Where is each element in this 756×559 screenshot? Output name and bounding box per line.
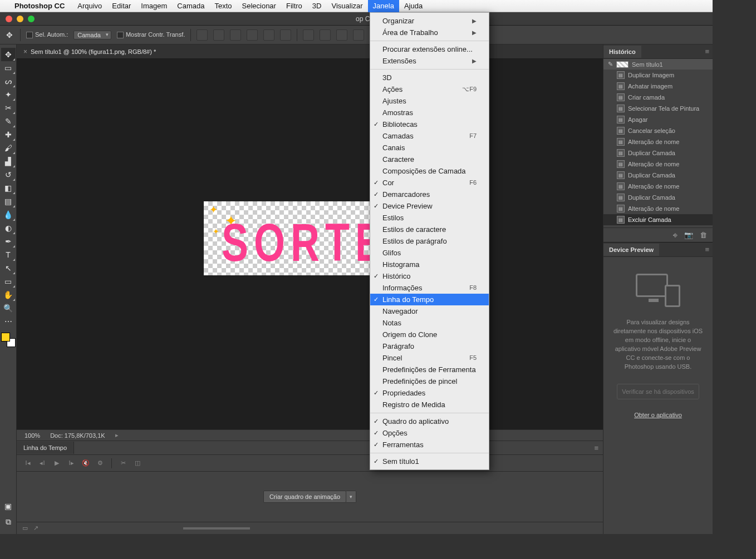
history-step[interactable]: ▤Excluir Camada <box>603 214 713 225</box>
tl-settings-button[interactable]: ⚙ <box>95 458 106 468</box>
create-mode-dropdown[interactable]: ▾ <box>346 491 356 503</box>
menu-item[interactable]: Estilos de parágrafo <box>370 235 489 247</box>
history-step[interactable]: ▤Duplicar Camada <box>603 147 713 159</box>
show-transform-checkbox[interactable]: Mostrar Contr. Transf. <box>117 31 185 38</box>
menu-item[interactable]: ✓Demarcadores <box>370 189 489 200</box>
align-center-h-button[interactable] <box>213 29 224 41</box>
menu-editar[interactable]: Editar <box>107 0 136 12</box>
menu-item[interactable]: Predefinições de Ferramenta <box>370 364 489 375</box>
dodge-tool[interactable]: ◐ <box>1 221 16 235</box>
align-left-button[interactable] <box>197 29 208 41</box>
menu-item[interactable]: Caractere <box>370 154 489 165</box>
menu-item[interactable]: Composições de Camada <box>370 165 489 177</box>
document-canvas[interactable]: ✦ ✦ ✦ SORTEIO! <box>204 201 387 275</box>
menu-arquivo[interactable]: Arquivo <box>72 0 107 12</box>
menu-item[interactable]: Histograma <box>370 259 489 270</box>
history-step[interactable]: ▤Selecionar Tela de Pintura <box>603 103 713 114</box>
new-doc-from-state-icon[interactable]: ⎆ <box>673 231 678 239</box>
delete-state-icon[interactable]: 🗑 <box>700 231 707 239</box>
tl-zoom-slider[interactable] <box>183 527 250 530</box>
tl-transition-button[interactable]: ◫ <box>132 458 143 468</box>
tl-first-frame-button[interactable]: I◂ <box>22 458 33 468</box>
tl-next-frame-button[interactable]: I▸ <box>66 458 77 468</box>
menu-item[interactable]: Notas <box>370 317 489 329</box>
timeline-tab[interactable]: Linha do Tempo <box>17 442 74 454</box>
align-top-button[interactable] <box>247 29 258 41</box>
menu-item[interactable]: ✓Device Preview <box>370 200 489 212</box>
shape-tool[interactable]: ▭ <box>1 275 16 288</box>
menu-item[interactable]: ✓Linha do Tempo <box>370 294 489 305</box>
healing-brush-tool[interactable]: ✚ <box>1 128 16 141</box>
tl-footer-icon[interactable]: ↗ <box>33 525 38 532</box>
zoom-level[interactable]: 100% <box>24 432 40 439</box>
menu-item[interactable]: 3D <box>370 72 489 83</box>
menu-item[interactable]: Estilos <box>370 212 489 224</box>
screen-mode-button[interactable]: ⧉ <box>1 515 16 528</box>
history-step[interactable]: ▤Alteração de nome <box>603 181 713 192</box>
menu-texto[interactable]: Texto <box>209 0 237 12</box>
get-app-link[interactable]: Obter o aplicativo <box>634 412 682 418</box>
marquee-tool[interactable]: ▭ <box>1 61 16 75</box>
menu-item[interactable]: ✓Ferramentas <box>370 439 489 451</box>
create-frame-animation-button[interactable]: Criar quadro de animação <box>263 491 346 503</box>
tl-audio-button[interactable]: 🔇 <box>80 458 91 468</box>
menu-item[interactable]: Procurar extensões online... <box>370 43 489 55</box>
distribute-4-button[interactable] <box>353 29 364 41</box>
menu-item[interactable]: PincelF5 <box>370 352 489 364</box>
align-right-button[interactable] <box>230 29 241 41</box>
window-minimize-button[interactable] <box>17 16 23 22</box>
menu-item[interactable]: Área de Trabalho▶ <box>370 27 489 38</box>
hand-tool[interactable]: ✋ <box>1 288 16 301</box>
crop-tool[interactable]: ✂ <box>1 101 16 115</box>
app-name[interactable]: Photoshop CC <box>11 2 68 10</box>
menu-item[interactable]: Organizar▶ <box>370 15 489 27</box>
menu-filtro[interactable]: Filtro <box>281 0 307 12</box>
menu-item[interactable]: Origem do Clone <box>370 329 489 340</box>
history-step[interactable]: ▤Achatar imagem <box>603 81 713 92</box>
history-step[interactable]: ▤Criar camada <box>603 92 713 103</box>
menu-visualizar[interactable]: Visualizar <box>326 0 367 12</box>
menu-item[interactable]: Amostras <box>370 107 489 118</box>
type-tool[interactable]: T <box>1 248 16 261</box>
menu-item[interactable]: ✓Opções <box>370 427 489 439</box>
menu-item[interactable]: Extensões▶ <box>370 55 489 67</box>
tl-play-button[interactable]: ▶ <box>51 458 62 468</box>
tl-split-button[interactable]: ✂ <box>117 458 129 468</box>
magic-wand-tool[interactable]: ✦ <box>1 88 16 101</box>
history-step[interactable]: ▤Cancelar seleção <box>603 125 713 136</box>
menu-item[interactable]: Predefinições de pincel <box>370 375 489 387</box>
history-step[interactable]: ▤Duplicar Camada <box>603 170 713 181</box>
gradient-tool[interactable]: ▤ <box>1 195 16 208</box>
menu-item[interactable]: Estilos de caractere <box>370 224 489 235</box>
menu-item[interactable]: Navegador <box>370 305 489 317</box>
menu-item[interactable]: ✓Bibliotecas <box>370 118 489 130</box>
timeline-panel-menu-icon[interactable]: ≡ <box>594 444 598 452</box>
menu-item[interactable]: ✓Quadro do aplicativo <box>370 415 489 427</box>
check-devices-button[interactable]: Verificar se há dispositivos <box>617 384 699 399</box>
align-center-v-button[interactable] <box>263 29 274 41</box>
menu-camada[interactable]: Camada <box>172 0 209 12</box>
window-maximize-button[interactable] <box>28 16 35 22</box>
pen-tool[interactable]: ✒ <box>1 235 16 248</box>
new-snapshot-icon[interactable]: 📷 <box>684 231 693 239</box>
menu-item[interactable]: Ajustes <box>370 95 489 107</box>
device-preview-tab[interactable]: Device Preview <box>603 244 659 256</box>
menu-item[interactable]: Parágrafo <box>370 340 489 352</box>
brush-tool[interactable]: 🖌 <box>1 141 16 155</box>
path-selection-tool[interactable]: ↖ <box>1 261 16 275</box>
history-brush-tool[interactable]: ↺ <box>1 168 16 181</box>
menu-item[interactable]: Glifos <box>370 247 489 259</box>
zoom-tool[interactable]: 🔍 <box>1 301 16 315</box>
history-step[interactable]: ▤Duplicar Imagem <box>603 70 713 81</box>
auto-select-dropdown[interactable]: Camada <box>73 31 111 39</box>
menu-item[interactable]: ✓CorF6 <box>370 177 489 189</box>
eraser-tool[interactable]: ◧ <box>1 181 16 195</box>
tl-prev-frame-button[interactable]: ◂I <box>37 458 48 468</box>
clone-stamp-tool[interactable]: ▟ <box>1 155 16 168</box>
eyedropper-tool[interactable]: ✎ <box>1 115 16 128</box>
distribute-1-button[interactable] <box>303 29 314 41</box>
menu-item[interactable]: CamadasF7 <box>370 130 489 142</box>
align-bottom-button[interactable] <box>280 29 291 41</box>
edit-toolbar-button[interactable]: ⋯ <box>1 315 16 328</box>
history-panel-tab[interactable]: Histórico <box>603 46 641 58</box>
